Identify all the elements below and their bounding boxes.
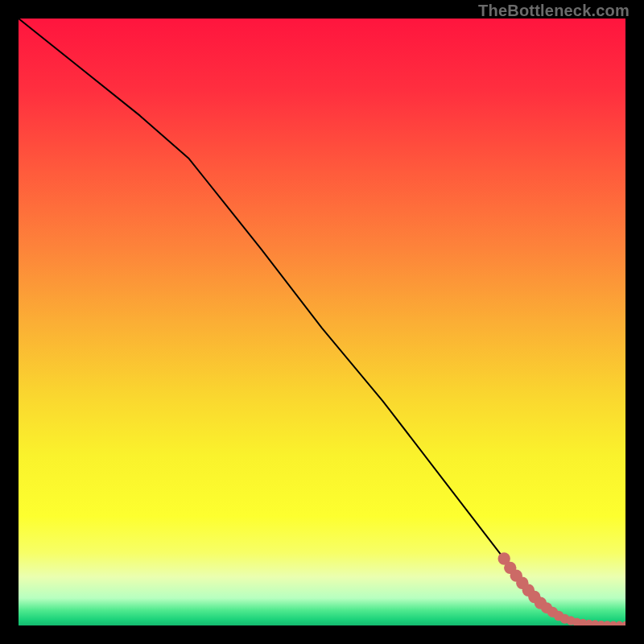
plot-area	[19, 19, 625, 625]
attribution-text: TheBottleneck.com	[478, 2, 630, 20]
chart-stage: TheBottleneck.com	[0, 0, 644, 644]
chart-svg	[19, 19, 625, 625]
gradient-panel	[19, 19, 625, 625]
